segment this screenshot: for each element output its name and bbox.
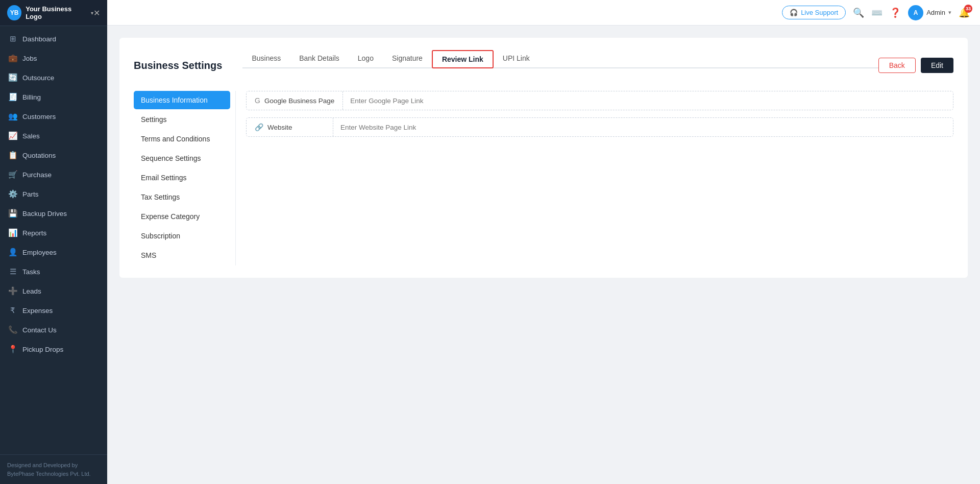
sidebar-item-label: Employees — [22, 249, 57, 256]
sidebar-item-label: Parts — [22, 190, 39, 198]
employees-icon: 👤 — [8, 248, 17, 257]
help-icon[interactable]: ❓ — [890, 7, 901, 18]
settings-layout: Business InformationSettingsTerms and Co… — [134, 91, 953, 265]
sidebar-item-quotations[interactable]: 📋Quotations — [0, 146, 107, 165]
notification-bell[interactable]: 🔔 33 — [959, 7, 970, 18]
search-icon[interactable]: 🔍 — [853, 7, 864, 18]
avatar: A — [908, 5, 923, 20]
tab-signature[interactable]: Signature — [383, 50, 432, 68]
sidebar-footer: Designed and Developed by BytePhase Tech… — [0, 454, 107, 484]
main-area: 🎧 Live Support 🔍 ⌨️ ❓ A Admin ▾ 🔔 33 Bus… — [107, 0, 980, 484]
sidebar-item-dashboard[interactable]: ⊞Dashboard — [0, 29, 107, 49]
logo-icon: YB — [7, 5, 21, 20]
sidebar-item-billing[interactable]: 🧾Billing — [0, 87, 107, 107]
tab-logo[interactable]: Logo — [349, 50, 383, 68]
sidebar-item-label: Expenses — [22, 307, 53, 314]
sidebar-item-contact-us[interactable]: 📞Contact Us — [0, 320, 107, 340]
tab-bank-details[interactable]: Bank Details — [290, 50, 349, 68]
sidebar-item-label: Sales — [22, 132, 40, 140]
website-label: 🔗 Website — [247, 118, 333, 136]
notification-count: 33 — [964, 5, 972, 13]
sidebar-item-label: Billing — [22, 93, 41, 101]
sidebar-item-parts[interactable]: ⚙️Parts — [0, 184, 107, 204]
settings-menu-email-settings[interactable]: Email Settings — [134, 168, 230, 187]
sidebar-item-customers[interactable]: 👥Customers — [0, 107, 107, 126]
sidebar-item-leads[interactable]: ➕Leads — [0, 281, 107, 301]
google-business-field-row: G Google Business Page — [246, 91, 953, 110]
sidebar-item-sales[interactable]: 📈Sales — [0, 126, 107, 146]
sidebar-item-backup-drives[interactable]: 💾Backup Drives — [0, 204, 107, 223]
headset-icon: 🎧 — [790, 9, 798, 16]
sidebar-item-expenses[interactable]: ₹Expenses — [0, 301, 107, 320]
google-business-input[interactable] — [343, 92, 953, 110]
logo-text: Your Business Logo — [26, 5, 86, 20]
website-field-row: 🔗 Website — [246, 117, 953, 137]
settings-content: G Google Business Page 🔗 Website — [246, 91, 953, 265]
sidebar-item-label: Leads — [22, 287, 41, 295]
sidebar-item-label: Dashboard — [22, 35, 56, 43]
sidebar-item-label: Reports — [22, 229, 46, 237]
settings-menu-terms-and-conditions[interactable]: Terms and Conditions — [134, 130, 230, 148]
sidebar-item-label: Purchase — [22, 171, 52, 179]
dashboard-icon: ⊞ — [8, 34, 17, 43]
page-card: Business Settings BusinessBank DetailsLo… — [119, 38, 968, 278]
contact-us-icon: 📞 — [8, 325, 17, 334]
settings-menu-business-information[interactable]: Business Information — [134, 91, 230, 109]
sidebar-item-label: Outsource — [22, 74, 54, 82]
leads-icon: ➕ — [8, 286, 17, 296]
sidebar-item-pickup-drops[interactable]: 📍Pickup Drops — [0, 340, 107, 359]
sidebar-item-label: Customers — [22, 113, 56, 120]
settings-menu-sms[interactable]: SMS — [134, 246, 230, 264]
settings-menu-tax-settings[interactable]: Tax Settings — [134, 188, 230, 206]
admin-chevron-icon: ▾ — [948, 9, 951, 16]
website-input[interactable] — [333, 118, 953, 136]
sidebar-item-label: Jobs — [22, 55, 37, 62]
sidebar-item-outsource[interactable]: 🔄Outsource — [0, 68, 107, 87]
settings-menu-sequence-settings[interactable]: Sequence Settings — [134, 149, 230, 167]
sidebar-item-label: Pickup Drops — [22, 346, 63, 353]
sidebar-item-label: Contact Us — [22, 326, 57, 334]
settings-sidebar: Business InformationSettingsTerms and Co… — [134, 91, 236, 265]
close-icon[interactable]: ✕ — [93, 8, 100, 18]
admin-area[interactable]: A Admin ▾ — [908, 5, 951, 20]
reports-icon: 📊 — [8, 228, 17, 237]
parts-icon: ⚙️ — [8, 189, 17, 199]
admin-label: Admin — [926, 9, 945, 16]
sidebar-logo-area[interactable]: YB Your Business Logo ▾ — [7, 5, 93, 20]
sales-icon: 📈 — [8, 131, 17, 140]
sidebar-nav: ⊞Dashboard💼Jobs🔄Outsource🧾Billing👥Custom… — [0, 26, 107, 454]
google-icon: G — [255, 96, 260, 105]
live-support-button[interactable]: 🎧 Live Support — [782, 6, 846, 19]
sidebar-item-reports[interactable]: 📊Reports — [0, 223, 107, 243]
google-business-label: G Google Business Page — [247, 91, 343, 110]
quotations-icon: 📋 — [8, 151, 17, 160]
pickup-drops-icon: 📍 — [8, 345, 17, 354]
tab-business[interactable]: Business — [242, 50, 290, 68]
sidebar-item-label: Quotations — [22, 152, 56, 159]
expenses-icon: ₹ — [8, 306, 17, 315]
purchase-icon: 🛒 — [8, 170, 17, 179]
sidebar-item-employees[interactable]: 👤Employees — [0, 243, 107, 262]
sidebar-item-label: Tasks — [22, 268, 40, 276]
tab-upi-link[interactable]: UPI Link — [494, 50, 539, 68]
content-area: Business Settings BusinessBank DetailsLo… — [107, 26, 980, 484]
settings-menu-subscription[interactable]: Subscription — [134, 227, 230, 245]
outsource-icon: 🔄 — [8, 73, 17, 82]
settings-menu-settings[interactable]: Settings — [134, 110, 230, 129]
link-icon: 🔗 — [255, 123, 263, 131]
customers-icon: 👥 — [8, 112, 17, 121]
keyboard-icon[interactable]: ⌨️ — [871, 7, 883, 18]
tasks-icon: ☰ — [8, 267, 17, 276]
sidebar-item-tasks[interactable]: ☰Tasks — [0, 262, 107, 281]
edit-button[interactable]: Edit — [921, 58, 953, 73]
back-button[interactable]: Back — [878, 58, 916, 73]
tabs-row: BusinessBank DetailsLogoSignatureReview … — [242, 50, 878, 68]
page-header-row: Business Settings BusinessBank DetailsLo… — [134, 50, 953, 81]
tab-review-link[interactable]: Review Link — [432, 50, 494, 68]
action-buttons: Back Edit — [878, 58, 953, 73]
settings-menu-expense-category[interactable]: Expense Category — [134, 207, 230, 226]
jobs-icon: 💼 — [8, 54, 17, 63]
sidebar-item-jobs[interactable]: 💼Jobs — [0, 49, 107, 68]
sidebar-item-purchase[interactable]: 🛒Purchase — [0, 165, 107, 184]
tabs-container: BusinessBank DetailsLogoSignatureReview … — [242, 50, 878, 81]
